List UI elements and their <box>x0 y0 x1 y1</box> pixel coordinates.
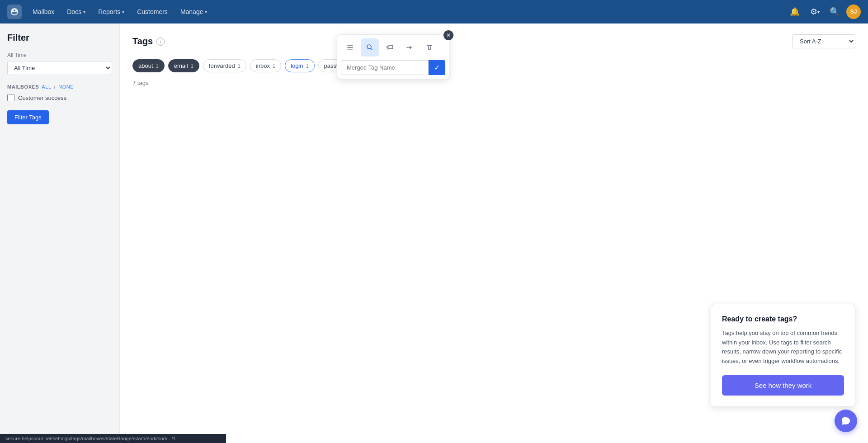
navbar: Mailbox Docs ▾ Reports ▾ Customers Manag… <box>0 0 868 24</box>
tag-forwarded-label: forwarded <box>209 62 235 69</box>
sort-select[interactable]: Sort A-Z Sort Z-A Most Used Least Used <box>792 34 855 48</box>
merge-input-row: ✓ <box>341 60 445 75</box>
tags-container: about 1 email 1 forwarded 1 inbox 1 logi… <box>132 59 855 72</box>
info-card-title: Ready to create tags? <box>722 315 844 323</box>
tag-forwarded[interactable]: forwarded 1 <box>203 59 246 72</box>
nav-right-section: 🔔 ⚙ ▾ 🔍 SJ <box>787 4 861 20</box>
toolbar-forward-button[interactable] <box>401 38 419 57</box>
main-content: ✕ ☰ 🏷 ✓ Tags <box>120 24 868 443</box>
settings-button[interactable]: ⚙ ▾ <box>807 4 823 20</box>
tag-about[interactable]: about 1 <box>132 59 165 72</box>
info-card-body: Tags help you stay on top of common tren… <box>722 329 844 366</box>
tag-inbox-label: inbox <box>256 62 270 69</box>
tag-inbox-count: 1 <box>273 63 275 69</box>
main-layout: Filter All Time All Time Today Last 7 Da… <box>0 24 868 443</box>
tag-forwarded-count: 1 <box>238 63 241 69</box>
tag-login-label: login <box>291 62 303 69</box>
toolbar-search-button[interactable] <box>361 38 379 57</box>
time-filter-select[interactable]: All Time Today Last 7 Days Last 30 Days … <box>7 61 112 75</box>
page-title: Tags <box>132 36 153 47</box>
see-how-they-work-button[interactable]: See how they work <box>722 375 844 396</box>
customer-success-checkbox[interactable] <box>7 94 14 101</box>
nav-manage[interactable]: Manage ▾ <box>175 5 213 18</box>
mailboxes-separator: / <box>54 84 56 90</box>
avatar[interactable]: SJ <box>846 5 861 19</box>
nav-reports[interactable]: Reports ▾ <box>93 5 130 18</box>
tag-login-count: 1 <box>306 63 308 69</box>
reports-chevron-icon: ▾ <box>122 9 124 14</box>
tags-total: 7 tags <box>132 80 855 86</box>
filter-tags-button[interactable]: Filter Tags <box>7 110 49 124</box>
page-title-row: Tags i <box>132 36 165 47</box>
chat-bubble-button[interactable] <box>835 410 857 432</box>
info-card: Ready to create tags? Tags help you stay… <box>711 304 855 407</box>
toolbar-tag-button[interactable]: 🏷 <box>381 38 399 57</box>
tag-email-label: email <box>174 62 188 69</box>
toolbar-delete-button[interactable] <box>420 38 439 57</box>
merge-confirm-button[interactable]: ✓ <box>429 60 445 75</box>
notifications-button[interactable]: 🔔 <box>787 4 803 20</box>
tag-inbox[interactable]: inbox 1 <box>250 59 281 72</box>
nav-mailbox[interactable]: Mailbox <box>27 5 60 18</box>
toolbar-popup: ✕ ☰ 🏷 ✓ <box>337 34 449 79</box>
mailbox-checkbox-row: Customer success <box>7 94 112 101</box>
mailboxes-none-link[interactable]: none <box>58 84 74 90</box>
search-button[interactable]: 🔍 <box>826 4 843 20</box>
manage-chevron-icon: ▾ <box>205 9 207 14</box>
docs-chevron-icon: ▾ <box>83 9 85 14</box>
sidebar-title: Filter <box>7 33 112 43</box>
merge-tag-input[interactable] <box>341 60 429 75</box>
tag-login[interactable]: login 1 <box>285 59 315 72</box>
page-header: Tags i Sort A-Z Sort Z-A Most Used Least… <box>132 34 855 48</box>
tag-about-label: about <box>138 62 153 69</box>
toolbar-close-button[interactable]: ✕ <box>443 30 453 40</box>
mailboxes-all-link[interactable]: all <box>42 84 51 90</box>
tag-email[interactable]: email 1 <box>168 59 199 72</box>
time-filter-label: All Time <box>7 52 112 58</box>
sidebar: Filter All Time All Time Today Last 7 Da… <box>0 24 120 443</box>
nav-docs[interactable]: Docs ▾ <box>61 5 91 18</box>
status-url: secure.helpscout.net/settings/tags/mailb… <box>5 436 176 441</box>
tags-info-icon[interactable]: i <box>156 38 165 46</box>
nav-customers[interactable]: Customers <box>132 5 173 18</box>
tag-email-count: 1 <box>191 63 193 69</box>
toolbar-menu-button[interactable]: ☰ <box>341 38 359 57</box>
toolbar-buttons: ☰ 🏷 <box>341 38 445 57</box>
tag-about-count: 1 <box>156 63 159 69</box>
customer-success-label[interactable]: Customer success <box>18 94 66 101</box>
app-logo[interactable] <box>7 5 22 19</box>
mailboxes-header: MAILBOXES all / none <box>7 84 112 90</box>
status-bar: secure.helpscout.net/settings/tags/mailb… <box>0 434 226 443</box>
